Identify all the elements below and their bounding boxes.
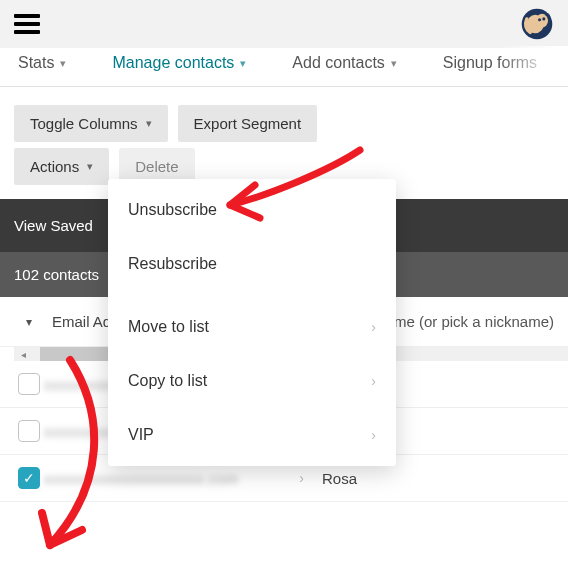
button-label: Actions — [30, 158, 79, 175]
chevron-down-icon: ▾ — [60, 57, 66, 70]
tab-label: Add contacts — [292, 54, 385, 72]
export-segment-button[interactable]: Export Segment — [178, 105, 318, 142]
row-checkbox-checked[interactable]: ✓ — [18, 467, 40, 489]
mailchimp-logo — [520, 7, 554, 41]
menu-item-copy-to-list[interactable]: Copy to list › — [108, 354, 396, 408]
toolbar: Toggle Columns ▾ Export Segment — [0, 87, 568, 146]
scroll-left-arrow-icon[interactable]: ◂ — [14, 347, 32, 361]
menu-item-label: Move to list — [128, 318, 209, 336]
tab-manage-contacts[interactable]: Manage contacts ▾ — [104, 52, 254, 74]
chevron-down-icon: ▾ — [240, 57, 246, 70]
view-saved-label: View Saved — [14, 217, 93, 234]
button-label: Toggle Columns — [30, 115, 138, 132]
chevron-right-icon: › — [371, 427, 376, 443]
svg-point-4 — [538, 18, 541, 21]
button-label: Export Segment — [194, 115, 302, 132]
actions-dropdown: Unsubscribe Resubscribe Move to list › C… — [108, 179, 396, 466]
hamburger-menu-icon[interactable] — [14, 14, 40, 34]
menu-item-label: Copy to list — [128, 372, 207, 390]
row-name: Rosa — [304, 470, 357, 487]
actions-button[interactable]: Actions ▾ — [14, 148, 109, 185]
row-email-masked: xxxxxxxxxxxxxxxxxxxx.com — [44, 470, 239, 487]
menu-item-vip[interactable]: VIP › — [108, 408, 396, 462]
tab-label: Stats — [18, 54, 54, 72]
row-checkbox[interactable] — [18, 373, 40, 395]
tab-add-contacts[interactable]: Add contacts ▾ — [284, 52, 405, 74]
chevron-right-icon: › — [371, 319, 376, 335]
tab-label: Manage contacts — [112, 54, 234, 72]
toggle-columns-button[interactable]: Toggle Columns ▾ — [14, 105, 168, 142]
menu-item-unsubscribe[interactable]: Unsubscribe — [108, 183, 396, 237]
row-checkbox[interactable] — [18, 420, 40, 442]
chevron-down-icon: ▾ — [146, 117, 152, 130]
chevron-down-icon[interactable]: ▾ — [26, 315, 32, 329]
tab-label: Signup forms — [443, 54, 537, 72]
menu-item-label: VIP — [128, 426, 154, 444]
tab-signup-forms[interactable]: Signup forms — [435, 52, 545, 74]
tab-stats[interactable]: Stats ▾ — [10, 52, 74, 74]
nav-tabs: Stats ▾ Manage contacts ▾ Add contacts ▾… — [0, 46, 568, 87]
chevron-down-icon: ▾ — [391, 57, 397, 70]
column-header-name-hint: me (or pick a nickname) — [394, 313, 554, 330]
menu-item-resubscribe[interactable]: Resubscribe — [108, 237, 396, 291]
menu-item-label: Resubscribe — [128, 255, 217, 273]
svg-point-2 — [536, 14, 548, 28]
chevron-down-icon: ▾ — [87, 160, 93, 173]
button-label: Delete — [135, 158, 178, 175]
contacts-count-label: 102 contacts — [14, 266, 99, 283]
menu-item-move-to-list[interactable]: Move to list › — [108, 300, 396, 354]
chevron-right-icon: › — [371, 373, 376, 389]
svg-point-3 — [542, 17, 545, 20]
menu-item-label: Unsubscribe — [128, 201, 217, 219]
